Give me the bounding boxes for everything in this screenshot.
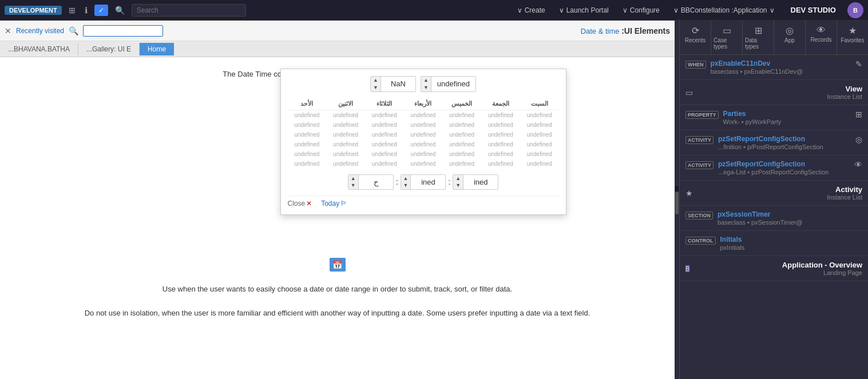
calendar-cell[interactable]: undefined xyxy=(442,149,481,159)
calendar-cell[interactable]: undefined xyxy=(326,159,365,169)
grid-icon[interactable]: ⊞ xyxy=(66,5,78,16)
sidebar-entry-when[interactable]: WHEN pxEnableC11nDev baseclass • pxEnabl… xyxy=(680,55,868,80)
sec-down-arrow[interactable]: ▼ xyxy=(453,182,463,189)
calendar-row[interactable]: undefinedundefinedundefinedundefinedunde… xyxy=(288,159,559,169)
recently-visited-label[interactable]: Recently visited xyxy=(16,27,64,35)
search-icon[interactable]: 🔍 xyxy=(69,26,78,35)
calendar-cell[interactable]: undefined xyxy=(326,130,365,139)
min-spinner[interactable]: ▲ ▼ ined xyxy=(401,174,446,190)
app-overview-section[interactable]: B Application - Overview Landing Page xyxy=(680,256,868,281)
info-icon[interactable]: ℹ xyxy=(82,5,90,16)
tab-bhavana[interactable]: ...BHAVANA.BATHA xyxy=(0,43,78,55)
calendar-cell[interactable]: undefined xyxy=(481,159,520,169)
sidebar-tab-data-types[interactable]: ⊞ Data types xyxy=(743,21,774,54)
sidebar-entry-activity2[interactable]: ACTIVITY pzSetReportConfigSection ...ega… xyxy=(680,155,868,181)
year-up-arrow[interactable]: ▲ xyxy=(421,77,431,84)
search-input[interactable] xyxy=(132,4,246,17)
calendar-cell[interactable]: undefined xyxy=(365,139,404,149)
scrollbar[interactable] xyxy=(675,21,679,379)
sidebar-tab-favorites[interactable]: ★ Favorites xyxy=(837,21,868,54)
calendar-cell[interactable]: undefined xyxy=(442,139,481,149)
calendar-cell[interactable]: undefined xyxy=(442,110,481,120)
calendar-cell[interactable]: undefined xyxy=(365,159,404,169)
calendar-cell[interactable]: undefined xyxy=(520,130,559,139)
nav-launch-portal[interactable]: ∨ Launch Portal xyxy=(554,6,613,14)
calendar-cell[interactable]: undefined xyxy=(520,139,559,149)
calendar-cell[interactable]: undefined xyxy=(326,149,365,159)
calendar-cell[interactable]: undefined xyxy=(442,159,481,169)
calendar-cell[interactable]: undefined xyxy=(326,120,365,130)
calendar-cell[interactable]: undefined xyxy=(481,110,520,120)
min-up-arrow[interactable]: ▲ xyxy=(401,175,411,182)
tab-gallery[interactable]: ...Gallery: UI E xyxy=(78,43,140,55)
calendar-cell[interactable]: undefined xyxy=(404,159,443,169)
calendar-today-link[interactable]: Today 🏳 xyxy=(321,200,347,208)
calendar-cell[interactable]: undefined xyxy=(481,130,520,139)
calendar-cell[interactable]: undefined xyxy=(288,159,327,169)
calendar-cell[interactable]: undefined xyxy=(365,120,404,130)
calendar-cell[interactable]: undefined xyxy=(481,149,520,159)
calendar-row[interactable]: undefinedundefinedundefinedundefinedunde… xyxy=(288,139,559,149)
dev-badge[interactable]: DEVELOPMENT xyxy=(5,6,62,15)
hour-up-arrow[interactable]: ▲ xyxy=(348,175,358,182)
calendar-cell[interactable]: undefined xyxy=(326,110,365,120)
calendar-cell[interactable]: undefined xyxy=(520,149,559,159)
calendar-cell[interactable]: undefined xyxy=(404,130,443,139)
check-button[interactable]: ✓ xyxy=(94,5,108,16)
month-up-arrow[interactable]: ▲ xyxy=(371,77,381,84)
calendar-row[interactable]: undefinedundefinedundefinedundefinedunde… xyxy=(288,149,559,159)
calendar-cell[interactable]: undefined xyxy=(288,130,327,139)
calendar-cell[interactable]: undefined xyxy=(520,159,559,169)
sidebar-entry-session-timer[interactable]: SECTION pxSessionTimer baseclass • pxSes… xyxy=(680,206,868,231)
nav-create[interactable]: ∨ Create xyxy=(513,6,550,14)
month-spinner[interactable]: ▲ ▼ NaN xyxy=(370,76,416,92)
calendar-cell[interactable]: undefined xyxy=(481,120,520,130)
sidebar-tab-case-types[interactable]: ▭ Case types xyxy=(711,21,743,54)
sidebar-tab-records[interactable]: 👁 Records xyxy=(806,21,837,54)
hour-spinner[interactable]: ▲ ▼ ح xyxy=(348,174,394,190)
sidebar-tab-recents[interactable]: ⟳ Recents xyxy=(680,21,711,54)
calendar-row[interactable]: undefinedundefinedundefinedundefinedunde… xyxy=(288,110,559,120)
min-down-arrow[interactable]: ▼ xyxy=(401,182,411,189)
tab-home[interactable]: Home xyxy=(140,43,174,55)
sidebar-entry-activity1[interactable]: ACTIVITY pzSetReportConfigSection ...fin… xyxy=(680,130,868,155)
sidebar-entry-initials[interactable]: CONTROL Initials pxInitials xyxy=(680,231,868,256)
sidebar-entry-parties[interactable]: PROPERTY Parties Work- • pyWorkParty ⊞ xyxy=(680,105,868,130)
calendar-cell[interactable]: undefined xyxy=(404,110,443,120)
calendar-close-link[interactable]: Close ✕ xyxy=(288,200,312,208)
calendar-cell[interactable]: undefined xyxy=(288,120,327,130)
sidebar-tab-app[interactable]: ◎ App xyxy=(774,21,806,54)
calendar-cell[interactable]: undefined xyxy=(288,149,327,159)
calendar-cell[interactable]: undefined xyxy=(520,110,559,120)
avatar[interactable]: B xyxy=(847,2,863,18)
breadcrumb-part1[interactable]: Date & time xyxy=(581,27,620,35)
hour-down-arrow[interactable]: ▼ xyxy=(348,182,358,189)
calendar-cell[interactable]: undefined xyxy=(520,120,559,130)
when-edit-icon[interactable]: ✎ xyxy=(855,59,862,69)
calendar-cell[interactable]: undefined xyxy=(326,139,365,149)
calendar-cell[interactable]: undefined xyxy=(365,130,404,139)
sec-up-arrow[interactable]: ▲ xyxy=(453,175,463,182)
calendar-cell[interactable]: undefined xyxy=(404,120,443,130)
search-nav-icon[interactable]: 🔍 xyxy=(113,5,127,16)
calendar-row[interactable]: undefinedundefinedundefinedundefinedunde… xyxy=(288,130,559,139)
month-down-arrow[interactable]: ▼ xyxy=(371,84,381,91)
calendar-cell[interactable]: undefined xyxy=(365,110,404,120)
calendar-row[interactable]: undefinedundefinedundefinedundefinedunde… xyxy=(288,120,559,130)
sub-search-input[interactable] xyxy=(83,25,163,37)
calendar-cell[interactable]: undefined xyxy=(481,139,520,149)
calendar-cell[interactable]: undefined xyxy=(288,139,327,149)
calendar-cell[interactable]: undefined xyxy=(288,110,327,120)
nav-app[interactable]: ∨ BBConstellation :Application ∨ xyxy=(669,6,779,14)
calendar-icon-button[interactable]: 📅 xyxy=(330,258,346,272)
year-down-arrow[interactable]: ▼ xyxy=(421,84,431,91)
calendar-cell[interactable]: undefined xyxy=(404,149,443,159)
activity-instance-list-section[interactable]: ★ Activity Instance List xyxy=(680,181,868,206)
close-button[interactable]: ✕ xyxy=(5,26,11,35)
nav-configure[interactable]: ∨ Configure xyxy=(618,6,664,14)
view-instance-list-section[interactable]: ▭ View Instance List xyxy=(680,80,868,105)
calendar-cell[interactable]: undefined xyxy=(442,130,481,139)
calendar-cell[interactable]: undefined xyxy=(442,120,481,130)
scrollbar-thumb[interactable] xyxy=(675,192,679,214)
sec-spinner[interactable]: ▲ ▼ ined xyxy=(453,174,498,190)
